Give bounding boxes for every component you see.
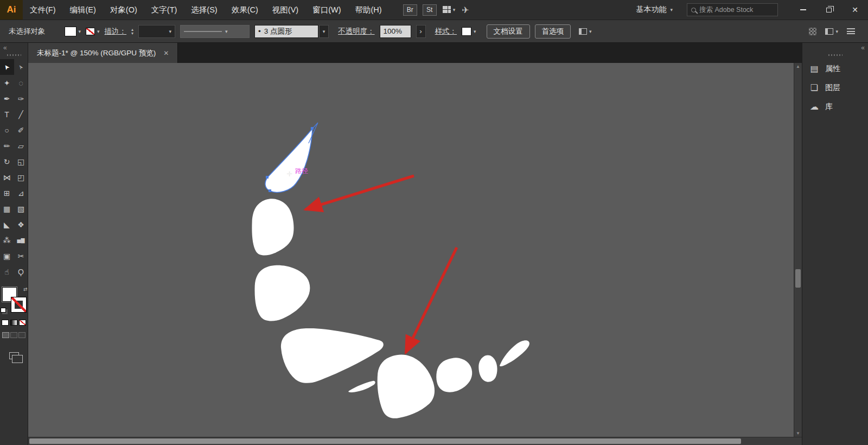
pen-tool[interactable]: ✒ xyxy=(0,91,14,106)
free-transform-tool[interactable]: ◰ xyxy=(14,169,28,185)
opacity-more-button[interactable]: › xyxy=(416,25,426,38)
chevron-down-icon[interactable]: ▾ xyxy=(474,29,476,34)
stepper-down-icon[interactable]: ▾ xyxy=(131,31,133,35)
color-button[interactable] xyxy=(2,320,9,326)
chevron-down-icon[interactable]: ▾ xyxy=(79,29,81,34)
vertical-scrollbar[interactable]: ▲ ▼ xyxy=(794,63,802,437)
minimize-button[interactable] xyxy=(790,0,816,20)
shape-segment-2[interactable] xyxy=(252,199,293,255)
swap-fill-stroke-icon[interactable]: ⇄ xyxy=(23,287,28,292)
zoom-tool[interactable]: Ϙ xyxy=(14,264,28,279)
dock-arrangement-control[interactable]: ▾ xyxy=(825,28,838,35)
brush-combo-arrow[interactable]: ▾ xyxy=(319,25,329,38)
type-tool[interactable]: T xyxy=(0,106,14,122)
none-button[interactable] xyxy=(19,320,26,326)
menu-edit[interactable]: 编辑(E) xyxy=(63,0,103,20)
curvature-tool[interactable]: ✑ xyxy=(14,91,28,106)
style-swatch[interactable] xyxy=(462,27,471,36)
shape-segment-1-selected[interactable] xyxy=(265,129,312,192)
panel-menu-icon[interactable] xyxy=(847,28,855,34)
perspective-grid-tool[interactable]: ⊿ xyxy=(14,185,28,201)
collapse-tools-icon[interactable]: « xyxy=(0,43,10,53)
panel-tab-layers[interactable]: ❏ 图层 xyxy=(802,78,868,97)
shape-segment-6[interactable] xyxy=(436,358,472,392)
search-input[interactable] xyxy=(699,6,774,14)
fill-color-control[interactable]: ▾ xyxy=(65,27,81,36)
blend-tool[interactable]: ❖ xyxy=(14,217,28,232)
anchor-point[interactable] xyxy=(311,127,314,130)
default-fill-stroke-icon[interactable] xyxy=(1,308,6,313)
tab-close-icon[interactable]: ✕ xyxy=(163,49,169,57)
vertical-scroll-thumb[interactable] xyxy=(795,269,801,288)
magic-wand-tool[interactable]: ✦ xyxy=(0,75,14,91)
mesh-tool[interactable]: ▦ xyxy=(0,201,14,217)
workspace-switcher[interactable]: 基本功能 ▾ xyxy=(636,5,673,15)
menu-window[interactable]: 窗口(W) xyxy=(305,0,348,20)
lasso-tool[interactable]: ◌ xyxy=(14,75,28,91)
eraser-tool[interactable]: ▱ xyxy=(14,138,28,154)
shape-builder-tool[interactable]: ⊞ xyxy=(0,185,14,201)
gradient-button[interactable] xyxy=(10,320,17,326)
anchor-point[interactable] xyxy=(266,176,269,179)
menu-type[interactable]: 文字(T) xyxy=(144,0,184,20)
width-tool[interactable]: ⋈ xyxy=(0,169,14,185)
direct-selection-tool[interactable]: ➢ xyxy=(14,59,28,75)
stroke-color-box[interactable] xyxy=(11,297,26,312)
draw-inside-button[interactable] xyxy=(18,332,25,338)
horizontal-scrollbar[interactable] xyxy=(28,437,802,445)
shape-segment-4[interactable] xyxy=(281,328,384,383)
menu-object[interactable]: 对象(O) xyxy=(103,0,144,20)
style-label[interactable]: 样式： xyxy=(435,27,457,36)
document-setup-button[interactable]: 文档设置 xyxy=(487,24,530,39)
symbol-sprayer-tool[interactable]: ⁂ xyxy=(0,232,14,248)
menu-effect[interactable]: 效果(C) xyxy=(225,0,265,20)
menu-select[interactable]: 选择(S) xyxy=(184,0,224,20)
shaper-tool[interactable]: ✏ xyxy=(0,138,14,154)
anchor-point[interactable] xyxy=(269,189,271,192)
scroll-up-icon[interactable]: ▲ xyxy=(794,64,802,69)
opacity-label[interactable]: 不透明度： xyxy=(338,27,375,36)
restore-button[interactable] xyxy=(816,0,842,20)
shape-sliver-1[interactable] xyxy=(348,381,375,392)
collapse-dock-icon[interactable]: « xyxy=(861,44,865,52)
document-tab[interactable]: 未标题-1* @ 150% (RGB/GPU 预览) ✕ xyxy=(28,43,178,63)
canvas[interactable]: 路径 ✛ ▲ ▼ xyxy=(28,63,802,437)
bridge-button[interactable]: Br xyxy=(403,4,417,16)
scroll-down-icon[interactable]: ▼ xyxy=(794,431,802,436)
menu-view[interactable]: 视图(V) xyxy=(265,0,305,20)
eyedropper-tool[interactable]: ◣ xyxy=(0,217,14,232)
menu-file[interactable]: 文件(F) xyxy=(23,0,63,20)
stroke-swatch-none[interactable] xyxy=(86,28,95,35)
style-control[interactable]: ▾ xyxy=(462,27,476,36)
close-button[interactable]: ✕ xyxy=(842,0,868,20)
preferences-button[interactable]: 首选项 xyxy=(535,24,571,39)
tools-grip-handle[interactable] xyxy=(7,54,21,56)
shape-segment-7[interactable] xyxy=(478,355,497,382)
stroke-weight-label[interactable]: 描边： xyxy=(105,27,127,36)
variable-width-profile-combo[interactable]: ▾ xyxy=(180,25,250,38)
opacity-field[interactable]: 100% xyxy=(380,25,411,38)
stroke-weight-combo[interactable]: ▾ xyxy=(138,25,175,38)
slice-tool[interactable]: ✂ xyxy=(14,248,28,264)
column-graph-tool[interactable]: ▅▇ xyxy=(14,232,28,248)
fill-swatch[interactable] xyxy=(65,27,76,36)
apps-grid-icon[interactable] xyxy=(809,28,816,35)
panel-tab-properties[interactable]: ▤ 属性 xyxy=(802,59,868,78)
menu-help[interactable]: 帮助(H) xyxy=(348,0,388,20)
draw-normal-button[interactable] xyxy=(2,332,9,338)
scale-tool[interactable]: ◱ xyxy=(14,154,28,169)
isolate-options-control[interactable]: ▾ xyxy=(579,28,592,35)
shape-sliver-2[interactable] xyxy=(500,340,529,366)
share-button[interactable]: ✈ xyxy=(462,5,469,15)
shape-segment-5[interactable] xyxy=(378,355,435,418)
draw-behind-button[interactable] xyxy=(10,332,17,338)
stroke-color-control[interactable]: ▾ xyxy=(86,28,100,35)
stock-button[interactable]: St xyxy=(423,4,437,16)
brush-definition-combo[interactable]: • 3 点圆形 xyxy=(254,25,318,38)
shape-segment-3[interactable] xyxy=(255,265,310,321)
dock-grip-handle[interactable] xyxy=(828,54,843,56)
stroke-weight-stepper[interactable]: ▴ ▾ xyxy=(131,28,133,35)
line-segment-tool[interactable]: ╱ xyxy=(14,106,28,122)
change-screen-mode-button[interactable] xyxy=(9,352,19,359)
artboard-tool[interactable]: ▣ xyxy=(0,248,14,264)
